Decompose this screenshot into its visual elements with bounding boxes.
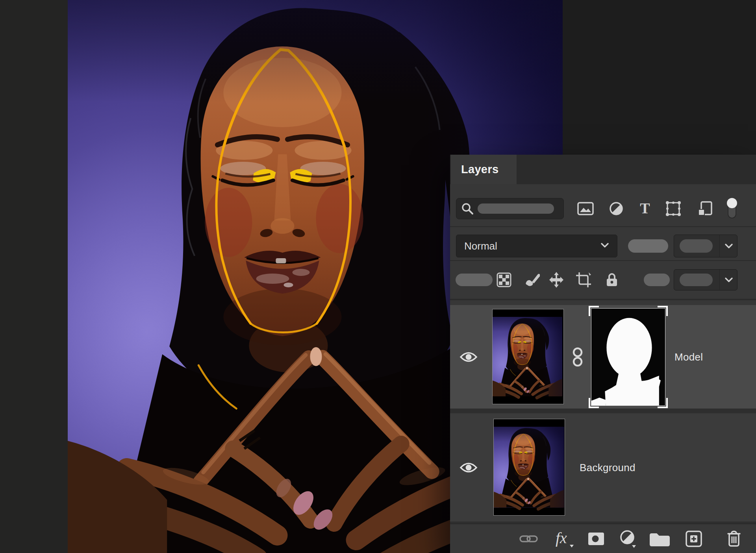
eye-icon xyxy=(460,461,478,474)
layers-tab-label: Layers xyxy=(461,163,498,176)
panel-tab-strip: Layers xyxy=(450,155,756,184)
new-adjustment-layer-icon[interactable] xyxy=(619,529,637,548)
lock-row xyxy=(450,264,756,296)
divider xyxy=(450,226,756,227)
new-group-icon[interactable] xyxy=(648,531,670,547)
lock-transparent-pixels-icon[interactable] xyxy=(497,272,511,287)
tab-layers[interactable]: Layers xyxy=(451,155,517,184)
mask-link-icon[interactable] xyxy=(571,346,584,368)
visibility-toggle-background[interactable] xyxy=(460,461,478,474)
mask-selection-corner xyxy=(658,306,668,316)
opacity-field-redacted[interactable] xyxy=(680,239,713,253)
chevron-down-icon[interactable] xyxy=(724,277,733,283)
blend-mode-dropdown[interactable]: Normal xyxy=(456,235,617,257)
eye-icon xyxy=(460,351,478,363)
application-window: Layers T xyxy=(0,0,756,553)
mask-selection-corner xyxy=(658,398,668,408)
svg-text:fx: fx xyxy=(556,529,567,547)
delete-layer-icon[interactable] xyxy=(726,530,742,548)
layer-row-background[interactable]: Background xyxy=(450,413,756,522)
filter-row: T xyxy=(450,196,756,222)
smart-object-filter-icon[interactable] xyxy=(697,200,713,217)
lock-image-pixels-icon[interactable] xyxy=(523,272,540,288)
layer-filter-toggle[interactable] xyxy=(726,198,738,220)
layer-effects-icon[interactable]: fx xyxy=(555,529,574,549)
pasteboard-left xyxy=(0,0,68,553)
layer-row-model[interactable]: Model xyxy=(450,305,756,409)
fill-dropdown[interactable] xyxy=(674,269,737,290)
add-layer-mask-icon[interactable] xyxy=(587,531,605,547)
layer-name-model[interactable]: Model xyxy=(674,351,703,363)
divider xyxy=(719,235,720,257)
adjustment-layer-filter-icon[interactable] xyxy=(609,202,623,216)
fill-field-redacted[interactable] xyxy=(680,274,713,286)
layer-name-background[interactable]: Background xyxy=(580,461,636,473)
visibility-toggle-model[interactable] xyxy=(460,351,478,363)
divider xyxy=(719,270,720,290)
chevron-down-icon[interactable] xyxy=(724,243,733,249)
layer-thumbnail-model[interactable] xyxy=(492,309,564,404)
lock-position-icon[interactable] xyxy=(548,271,565,289)
divider xyxy=(450,260,756,261)
opacity-dropdown[interactable] xyxy=(674,235,737,257)
search-value-redacted[interactable] xyxy=(478,203,554,214)
frame-layer-filter-icon[interactable] xyxy=(664,200,682,218)
blend-mode-value: Normal xyxy=(464,240,497,252)
mask-selection-corner xyxy=(589,398,599,408)
pixel-layer-filter-icon[interactable] xyxy=(577,200,594,217)
opacity-value-redacted[interactable] xyxy=(628,239,668,253)
mask-selection-corner xyxy=(589,306,599,316)
layer-thumbnail-background[interactable] xyxy=(493,419,565,516)
svg-text:T: T xyxy=(640,201,650,216)
divider xyxy=(450,409,756,413)
layer-mask-thumbnail-model[interactable] xyxy=(589,306,668,408)
panel-footer-bar: fx xyxy=(450,523,756,553)
lock-label-redacted xyxy=(456,274,493,286)
search-icon xyxy=(461,202,474,215)
layers-panel: Layers T xyxy=(450,155,756,553)
blend-row: Normal xyxy=(450,233,756,259)
divider xyxy=(450,299,756,300)
link-layers-icon[interactable] xyxy=(519,533,538,545)
lock-all-icon[interactable] xyxy=(604,272,619,288)
new-layer-icon[interactable] xyxy=(685,530,703,548)
fill-label-redacted xyxy=(644,274,670,286)
layer-search-field[interactable] xyxy=(456,198,564,219)
chevron-down-icon xyxy=(600,242,609,250)
type-layer-filter-icon[interactable]: T xyxy=(638,201,652,216)
lock-artboard-nesting-icon[interactable] xyxy=(574,271,593,289)
